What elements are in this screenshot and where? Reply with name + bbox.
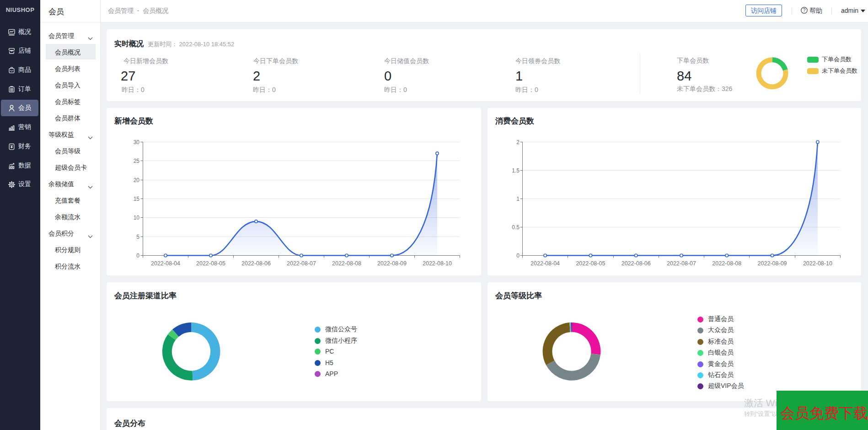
svg-text:?: ? bbox=[803, 8, 806, 13]
